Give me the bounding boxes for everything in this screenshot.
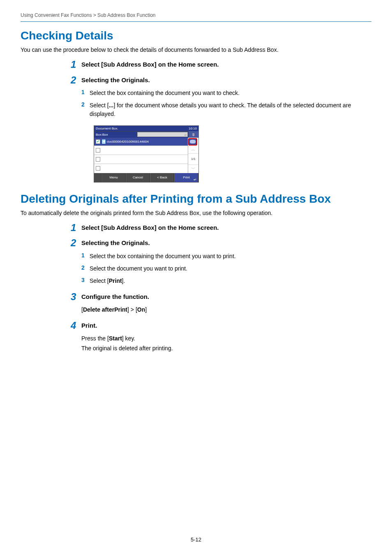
list-item[interactable]: ✔ doc00006420100908144604 xyxy=(94,138,188,146)
detail-button[interactable] xyxy=(188,138,197,146)
document-icon xyxy=(102,139,106,144)
detail-icon xyxy=(190,140,196,143)
ss-time: 10:10 xyxy=(189,127,197,130)
breadcrumb: Using Convenient Fax Functions > Sub Add… xyxy=(21,12,371,18)
section2-intro: To automatically delete the originals pr… xyxy=(21,210,371,216)
list-item[interactable] xyxy=(94,164,188,173)
page-indicator: 1/1 xyxy=(188,154,198,165)
step-number: 3 xyxy=(71,291,76,303)
list-item[interactable] xyxy=(94,146,188,155)
step-title: Configure the function. xyxy=(81,293,371,301)
device-screenshot: Document Box. 10:10 Box:Box ⌕ 🗑 ✔ doc000… xyxy=(94,125,199,183)
substep-number: 2 xyxy=(81,101,90,118)
step-title: Selecting the Originals. xyxy=(81,239,371,247)
menu-button[interactable]: Menu xyxy=(101,173,126,182)
divider xyxy=(21,21,371,22)
chevron-up-icon: ︿ xyxy=(191,146,196,153)
step-number: 1 xyxy=(71,59,76,70)
substep-number: 2 xyxy=(81,264,90,273)
checkbox[interactable]: ✔ xyxy=(96,139,100,144)
scroll-up-button[interactable]: ︿ xyxy=(188,146,198,154)
checkbox[interactable] xyxy=(96,166,100,171)
delete-button[interactable]: 🗑 xyxy=(189,131,198,138)
step-number: 2 xyxy=(71,237,76,249)
list-item[interactable] xyxy=(94,155,188,164)
step-body: [Delete afterPrint] > [On] xyxy=(81,305,371,314)
ss-title: Document Box. xyxy=(96,127,118,130)
step-title: Select [Sub Address Box] on the Home scr… xyxy=(81,224,371,232)
substep-number: 1 xyxy=(81,252,90,260)
step-title: Print. xyxy=(81,321,371,330)
step-number: 2 xyxy=(71,74,76,86)
step-body: Press the [Start] key. xyxy=(81,334,371,342)
step-number: 1 xyxy=(71,222,76,234)
print-button[interactable]: Print↵ xyxy=(174,173,198,182)
scroll-down-button[interactable]: ﹀ xyxy=(188,165,198,173)
trash-icon: 🗑 xyxy=(192,133,195,136)
cancel-button[interactable]: Cancel xyxy=(126,173,150,182)
substep-text: Select the document you want to print. xyxy=(90,264,187,273)
substep-number: 3 xyxy=(81,277,90,285)
search-icon: ⌕ xyxy=(184,132,187,136)
step-title: Select [Sub Address Box] on the Home scr… xyxy=(81,60,371,69)
ss-box-label: Box:Box xyxy=(94,133,137,136)
chevron-down-icon: ﹀ xyxy=(191,166,196,172)
substep-number: 1 xyxy=(81,89,90,97)
search-input[interactable]: ⌕ xyxy=(137,132,188,137)
back-button[interactable]: < Back xyxy=(150,173,174,182)
substep-text: Select the box containing the document y… xyxy=(90,89,240,97)
substep-text: Select [Print]. xyxy=(90,277,125,285)
doc-name: doc00006420100908144604 xyxy=(107,140,149,143)
enter-icon: ↵ xyxy=(194,178,197,182)
step-number: 4 xyxy=(71,320,76,331)
section1-heading: Checking Details xyxy=(21,29,371,42)
substep-text: Select the box containing the document y… xyxy=(90,252,236,260)
step-body: The original is deleted after printing. xyxy=(81,344,371,352)
checkbox[interactable] xyxy=(96,157,100,162)
page-number: 5-12 xyxy=(0,536,392,543)
section1-intro: You can use the procedure below to check… xyxy=(21,46,371,53)
checkbox[interactable] xyxy=(96,148,100,153)
step-title: Selecting the Originals. xyxy=(81,76,371,84)
substep-text: Select [...] for the document whose deta… xyxy=(90,101,371,118)
section2-heading: Deleting Originals after Printing from a… xyxy=(21,192,371,206)
spacer xyxy=(94,173,101,182)
